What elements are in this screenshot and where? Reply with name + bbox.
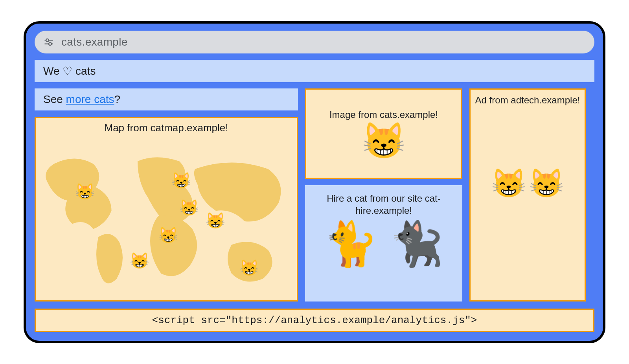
image-panel: Image from cats.example! 😸 <box>305 88 462 179</box>
ad-cat-faces: 😸 😸 <box>491 169 564 197</box>
svg-point-0 <box>46 39 49 41</box>
more-cats-link[interactable]: more cats <box>66 93 114 106</box>
map-marker-cat-icon: 😸 <box>171 173 191 188</box>
svg-point-1 <box>49 42 51 45</box>
image-panel-text: Image from cats.example! <box>329 109 438 121</box>
map-panel: Map from catmap.example! 😸😸😸😸😸😸😸 <box>35 117 298 301</box>
cat-face-icon: 😸 <box>362 123 406 158</box>
analytics-script-code: <script src="https://analytics.example/a… <box>152 314 477 326</box>
page-title-banner: We ♡ cats <box>35 60 594 82</box>
hire-panel: Hire a cat from our site cat-hire.exampl… <box>305 185 462 301</box>
hire-panel-text: Hire a cat from our site cat-hire.exampl… <box>309 192 458 217</box>
map-marker-cat-icon: 😸 <box>179 200 199 215</box>
ad-panel-text: Ad from adtech.example! <box>475 94 580 106</box>
see-more-prefix: See <box>43 93 66 106</box>
map-marker-cat-icon: 😸 <box>239 260 259 276</box>
analytics-script-bar: <script src="https://analytics.example/a… <box>35 309 594 332</box>
ad-panel: Ad from adtech.example! 😸 😸 <box>469 88 586 301</box>
cat-black-icon: 🐈‍⬛ <box>390 222 443 265</box>
map-marker-cat-icon: 😸 <box>206 213 225 228</box>
browser-window: cats.example We ♡ cats See more cats ? M… <box>24 21 605 343</box>
map-marker-cat-icon: 😸 <box>75 184 95 199</box>
hire-cat-pair: 🐈 🐈‍⬛ <box>324 222 443 265</box>
address-bar-url: cats.example <box>61 36 128 48</box>
see-more-suffix: ? <box>114 93 121 106</box>
map-marker-cat-icon: 😸 <box>158 227 178 243</box>
cat-orange-icon: 🐈 <box>324 222 378 265</box>
cat-face-icon: 😸 <box>491 169 526 197</box>
world-map-icon <box>36 145 297 300</box>
map-marker-cat-icon: 😸 <box>130 253 149 268</box>
site-settings-icon <box>43 37 54 48</box>
map-title: Map from catmap.example! <box>36 118 297 134</box>
address-bar[interactable]: cats.example <box>35 31 594 53</box>
content-grid: See more cats ? Map from catmap.example!… <box>35 88 594 301</box>
cat-face-icon: 😸 <box>529 169 564 197</box>
see-more-banner: See more cats ? <box>35 88 298 110</box>
page-title-text: We ♡ cats <box>43 65 96 77</box>
